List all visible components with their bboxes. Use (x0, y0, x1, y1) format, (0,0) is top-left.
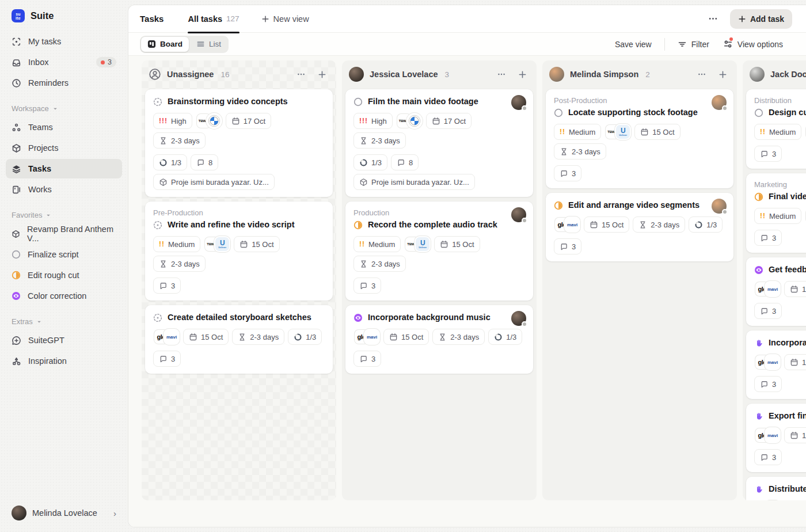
priority-badge: !!!High (153, 113, 192, 129)
task-card[interactable]: Distribution Design cus !!MediumTBWA\3 (746, 89, 806, 169)
user-menu[interactable]: Melinda Lovelace › (6, 501, 122, 525)
comments-badge: 3 (153, 278, 181, 294)
sidebar-item-my-tasks[interactable]: My tasks (6, 32, 122, 51)
mavi-logo: mavi (766, 428, 780, 442)
sidebar-item-finalize-script[interactable]: Finalize script (6, 245, 122, 264)
assignee-avatar (511, 95, 526, 110)
comments-icon (560, 169, 568, 178)
task-card[interactable]: Distribute glomavi15 Oct3 (746, 477, 806, 500)
sidebar-item-color-correction[interactable]: Color correction (6, 286, 122, 306)
comments-badge: 3 (353, 278, 381, 294)
task-card[interactable]: Export fina glomavi15 Oct3 (746, 404, 806, 472)
sidebar-item-projects[interactable]: Projects (6, 138, 122, 158)
card-title: Design cus (769, 107, 806, 118)
tab-count: 127 (226, 14, 239, 23)
duration-badge: 2-3 days (153, 132, 206, 149)
mavi-logo: mavi (565, 218, 579, 231)
column-cards: Distribution Design cus !!MediumTBWA\3 M… (743, 88, 806, 500)
presence-dot (522, 321, 527, 327)
save-view-button[interactable]: Save view (615, 40, 652, 49)
task-card[interactable]: Production Record the complete audio tra… (345, 202, 533, 301)
sidebar-item-suitegpt[interactable]: SuiteGPT (6, 330, 122, 350)
duration-badge: 2-3 days (633, 216, 685, 233)
priority-medium-icon: !! (760, 128, 766, 136)
task-card[interactable]: Brainstorming video concepts !!!HighTBWA… (145, 89, 333, 197)
column-more-button[interactable] (494, 67, 509, 82)
priority-badge: !!Medium (754, 208, 801, 224)
draft-status-icon (153, 221, 162, 230)
priority-high-icon: !!! (359, 117, 368, 125)
kanban-board: Unassignee 16 Brainstorming video concep… (128, 56, 806, 527)
task-card[interactable]: Get feedba glomavi15 Oct3 (746, 257, 806, 326)
priority-medium-icon: !! (560, 128, 565, 136)
date-badge: 15 Oct (584, 216, 629, 233)
in-progress-status-icon (754, 192, 763, 202)
date-badge: 15 Oct (784, 281, 806, 297)
column-more-button[interactable] (694, 67, 709, 82)
add-task-button[interactable]: Add task (730, 9, 792, 29)
task-card[interactable]: Marketing Final video !!MediumTBWA\3 (746, 173, 806, 253)
column-add-button[interactable] (715, 67, 730, 82)
brand[interactable]: suite Suite (6, 8, 122, 32)
sidebar-item-teams[interactable]: Teams (6, 117, 122, 137)
board-view-button[interactable]: Board (141, 37, 189, 52)
filter-button[interactable]: Filter (678, 40, 709, 49)
task-card[interactable]: Incorporate background music glomavi15 O… (345, 305, 533, 374)
progress-badge: 1/3 (153, 154, 187, 170)
brand-chips: glomavi (554, 216, 580, 233)
task-card[interactable]: Incorporate glomavi15 Oct3 (746, 330, 806, 399)
progress-icon (359, 158, 368, 167)
sidebar-item-edit-rough-cut[interactable]: Edit rough cut (6, 265, 122, 285)
clock-icon (12, 78, 21, 88)
column-add-button[interactable] (314, 67, 329, 82)
card-title: Get feedba (769, 264, 806, 275)
task-card[interactable]: Create detailed storyboard sketches glom… (145, 305, 333, 374)
presence-dot (722, 105, 728, 111)
more-options-button[interactable] (705, 10, 722, 28)
comments-icon (760, 380, 769, 389)
card-title: Incorporate (769, 337, 806, 348)
task-card[interactable]: Post-Production Locate supporting stock … (546, 89, 733, 188)
sidebar-item-works[interactable]: Works (6, 180, 122, 199)
progress-icon (294, 333, 302, 341)
list-view-button[interactable]: List (190, 37, 227, 52)
duration-badge: 2-3 days (353, 132, 406, 149)
column-avatar (750, 67, 765, 82)
column-header[interactable]: Unassignee 16 (142, 60, 336, 88)
view-options-button[interactable]: View options (723, 39, 783, 49)
column-header[interactable]: Jack Doors (743, 60, 806, 88)
sidebar-section-workspace[interactable]: Workspace (6, 94, 122, 117)
task-card[interactable]: Edit and arrange video segments glomavi1… (546, 193, 733, 261)
sidebar-item-revamp[interactable]: Revamp Brand Anthem V... (6, 224, 122, 244)
sidebar-item-inspiration[interactable]: Inspiration (6, 351, 122, 371)
task-card[interactable]: Pre-Production Write and refine the vide… (145, 202, 333, 301)
sidebar-section-favorites[interactable]: Favorites (6, 200, 122, 224)
new-view-button[interactable]: New view (261, 14, 309, 24)
page-title[interactable]: Tasks (140, 14, 164, 24)
column-header[interactable]: Jessica Lovelace 3 (342, 60, 537, 88)
view-switcher: Board List (140, 36, 229, 53)
plus-icon (261, 15, 269, 23)
calendar-icon (640, 128, 649, 136)
column-add-button[interactable] (515, 67, 530, 82)
sidebar-item-reminders[interactable]: Reminders (6, 73, 122, 93)
duration-badge: 2-3 days (353, 256, 406, 272)
column-more-button[interactable] (294, 67, 309, 82)
date-badge: 15 Oct (183, 329, 229, 345)
date-badge: 15 Oct (434, 236, 480, 252)
card-title: Edit and arrange video segments (568, 200, 699, 211)
sidebar-item-tasks[interactable]: Tasks (6, 159, 122, 178)
tab-all-tasks[interactable]: All tasks 127 (188, 5, 239, 33)
chevron-down-icon (52, 106, 58, 112)
comments-badge: 3 (754, 146, 782, 162)
sidebar-section-extras[interactable]: Extras (6, 307, 122, 330)
hourglass-icon (359, 136, 368, 145)
sidebar-item-inbox[interactable]: Inbox 3 (6, 52, 122, 72)
task-card[interactable]: Film the main video footage !!!HighTBWA\… (345, 89, 533, 197)
calendar-icon (790, 285, 799, 294)
column-header[interactable]: Melinda Simpson 2 (542, 60, 737, 88)
column-more-icon (497, 70, 506, 79)
comments-badge: 3 (554, 165, 581, 181)
brand-chips: TBWA\ (196, 113, 222, 129)
date-badge: 15 Oct (784, 354, 806, 370)
